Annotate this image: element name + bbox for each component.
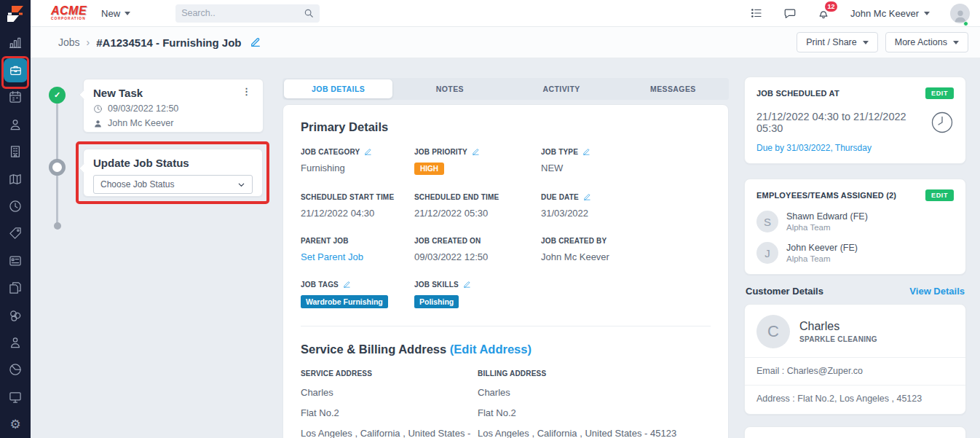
sidebar-item-devices[interactable] (0, 383, 31, 410)
notification-badge: 12 (825, 1, 837, 12)
sidebar-item-tags[interactable] (0, 220, 31, 247)
print-share-button[interactable]: Print / Share (797, 32, 877, 52)
sidebar-item-settings[interactable]: ⚙ (0, 410, 31, 437)
documents-icon (8, 281, 23, 295)
field-value: 31/03/2022 (541, 208, 711, 219)
sidebar-item-jobs[interactable] (0, 56, 31, 83)
breadcrumb-bar: Jobs › #A1234514 - Furnishing Job Print … (31, 27, 980, 58)
field-label: JOB CREATED ON (414, 237, 481, 245)
tab-notes[interactable]: NOTES (395, 79, 504, 98)
breadcrumb-separator: › (87, 36, 90, 48)
edit-address-link[interactable]: (Edit Address) (450, 343, 532, 356)
sidebar-item-payroll[interactable] (0, 302, 31, 329)
view-details-link[interactable]: View Details (909, 286, 965, 297)
search-icon[interactable] (304, 8, 314, 18)
edit-icon[interactable] (582, 148, 590, 156)
employee-row[interactable]: J John Keever (FE) Alpha Team (756, 242, 954, 264)
tag-icon (8, 226, 23, 240)
field-job-type: JOB TYPE NEW (541, 148, 711, 175)
detail-tabs: JOB DETAILS NOTES ACTIVITY MESSAGES (282, 78, 729, 100)
sidebar-item-users[interactable] (0, 329, 31, 356)
edit-schedule-button[interactable]: EDIT (925, 87, 954, 99)
service-address-label: SERVICE ADDRESS (301, 369, 372, 378)
kebab-menu-icon[interactable]: ⋮ (240, 87, 253, 96)
sidebar-item-customers[interactable] (0, 111, 31, 138)
app-logo[interactable] (0, 0, 31, 28)
employee-avatar: S (756, 211, 778, 232)
sidebar-item-dispatch-board[interactable] (0, 84, 31, 111)
user-menu[interactable]: John Mc Keever (850, 8, 930, 19)
edit-employees-button[interactable]: EDIT (925, 189, 954, 201)
job-details-panel: Primary Details JOB CATEGORY Furnishing … (282, 104, 729, 438)
employees-label: EMPLOYEES/TEAMS ASSIGNED (2) (756, 191, 896, 200)
sidebar-item-analytics[interactable] (0, 29, 31, 56)
field-job-tags: JOB TAGS Wardrobe Furnishing (301, 281, 414, 308)
pie-chart-icon (8, 362, 23, 377)
billing-address-block: BILLING ADDRESS Charles Flat No.2 Los An… (478, 369, 711, 438)
task-user-row: John Mc Keever (93, 118, 253, 128)
sidebar-item-organization[interactable] (0, 138, 31, 165)
person-icon (93, 119, 103, 128)
user-name: John Mc Keever (850, 8, 919, 19)
field-job-skills: JOB SKILLS Polishing (414, 281, 541, 308)
top-navbar: ACME CORPORATION New 12 John Mc Keever (31, 0, 980, 27)
priority-badge: HIGH (414, 163, 444, 175)
tab-messages[interactable]: MESSAGES (619, 79, 727, 98)
building-icon (8, 144, 23, 159)
field-label: SCHEDULED START TIME (301, 193, 394, 201)
new-dropdown[interactable]: New (101, 8, 130, 19)
edit-icon[interactable] (343, 281, 351, 289)
customer-icon (8, 117, 23, 132)
notifications-bell-icon[interactable]: 12 (817, 7, 830, 20)
tab-activity[interactable]: ACTIVITY (507, 79, 616, 98)
sidebar-item-timesheets[interactable] (0, 192, 31, 219)
coins-icon (8, 308, 23, 323)
due-by-link[interactable]: Due by 31/03/2022, Thursday (756, 143, 954, 153)
employee-row[interactable]: S Shawn Edward (FE) Alpha Team (756, 211, 954, 232)
customer-details-header: Customer Details View Details (746, 286, 965, 297)
billing-address-label: BILLING ADDRESS (478, 369, 546, 378)
field-parent-job: PARENT JOB Set Parent Job (301, 237, 414, 262)
chevron-down-icon (237, 181, 245, 189)
sidebar-item-documents[interactable] (0, 275, 31, 302)
field-job-priority: JOB PRIORITY HIGH (414, 148, 541, 175)
customer-details-title: Customer Details (746, 286, 823, 297)
edit-icon[interactable] (472, 148, 480, 156)
acme-logo[interactable]: ACME CORPORATION (51, 5, 87, 21)
edit-icon[interactable] (463, 281, 471, 289)
primary-details-heading: Primary Details (301, 120, 711, 134)
schedule-range: 21/12/2022 04:30 to 21/12/2022 05:30 (756, 111, 924, 134)
edit-title-icon[interactable] (250, 36, 261, 48)
update-status-title: Update Job Status (93, 157, 253, 169)
address-grid: SERVICE ADDRESS Charles Flat No.2 Los An… (301, 369, 711, 438)
set-parent-job-link[interactable]: Set Parent Job (301, 251, 363, 262)
customer-email-row: Email : Charles@Zuper.co (745, 357, 965, 376)
job-scheduled-card: JOB SCHEDULED AT EDIT 21/12/2022 04:30 t… (744, 77, 966, 164)
address-line: Flat No.2 (478, 407, 711, 418)
address-line: Los Angeles , California , United States… (478, 428, 711, 438)
print-share-label: Print / Share (806, 37, 856, 47)
task-list-icon[interactable] (750, 7, 763, 20)
breadcrumb-jobs[interactable]: Jobs (58, 36, 80, 48)
gear-icon: ⚙ (9, 418, 20, 431)
job-scheduled-label: JOB SCHEDULED AT (756, 89, 839, 98)
sidebar-item-service-map[interactable] (0, 165, 31, 192)
clock-icon (8, 199, 23, 214)
user-avatar[interactable] (950, 4, 970, 23)
chat-icon[interactable] (783, 7, 797, 20)
sidebar-item-invoices[interactable] (0, 247, 31, 274)
job-status-select[interactable]: Choose Job Status (93, 175, 253, 194)
search-input[interactable] (181, 8, 304, 18)
timeline-current-step (49, 159, 66, 176)
map-icon (8, 172, 23, 187)
task-user: John Mc Keever (108, 118, 173, 128)
edit-icon[interactable] (583, 193, 591, 201)
tab-job-details[interactable]: JOB DETAILS (284, 79, 392, 98)
field-label: PARENT JOB (301, 237, 349, 245)
field-label: SCHEDULED END TIME (414, 193, 499, 201)
customer-card: C Charles SPARKLE CLEANING Email : Charl… (744, 304, 966, 415)
sidebar-item-reports[interactable] (0, 356, 31, 383)
edit-icon[interactable] (364, 148, 372, 156)
more-actions-button[interactable]: More Actions (885, 32, 968, 52)
task-timestamp: 09/03/2022 12:50 (108, 103, 178, 114)
